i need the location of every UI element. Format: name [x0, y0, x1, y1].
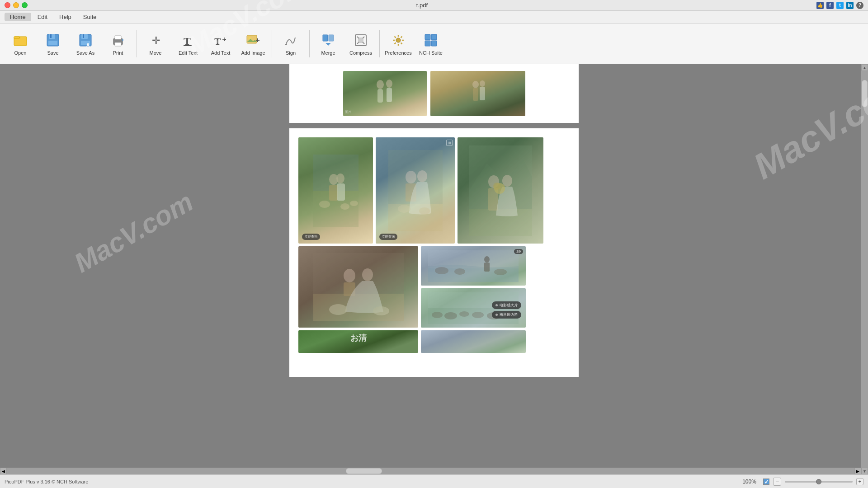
zoom-plus-button[interactable]: +	[856, 478, 863, 485]
svg-point-37	[386, 80, 392, 88]
photo-bottom-left	[298, 246, 418, 328]
window-title: t.pdf	[28, 2, 816, 9]
add-text-button[interactable]: T Add Text	[205, 26, 236, 61]
zoom-checkbox[interactable]	[763, 479, 769, 485]
svg-point-30	[396, 38, 401, 42]
maximize-button[interactable]	[22, 2, 28, 8]
doc-area[interactable]: 图片	[0, 64, 868, 474]
linkedin-icon[interactable]: in	[846, 2, 854, 9]
add-image-button[interactable]: Add Image	[237, 26, 269, 61]
zoom-controls: 100% − +	[739, 478, 863, 486]
svg-rect-5	[50, 34, 52, 38]
svg-rect-34	[431, 41, 437, 46]
add-text-icon: T	[212, 32, 229, 48]
menu-edit[interactable]: Edit	[32, 13, 53, 21]
move-button[interactable]: ✛ Move	[140, 26, 171, 61]
svg-point-68	[344, 269, 355, 282]
svg-point-54	[406, 171, 416, 183]
twitter-icon[interactable]: t	[836, 2, 844, 9]
minimize-button[interactable]	[13, 2, 19, 8]
facebook-icon[interactable]: f	[826, 2, 834, 9]
close-button[interactable]	[5, 2, 10, 8]
svg-rect-8	[81, 34, 88, 39]
preferences-button[interactable]: Preferences	[382, 26, 414, 61]
save-as-icon: A	[77, 32, 94, 48]
print-button[interactable]: Print	[102, 26, 134, 61]
menu-home[interactable]: Home	[5, 13, 31, 21]
help-icon[interactable]: ?	[856, 2, 863, 9]
photo-row-bottom: 2/9	[298, 246, 570, 328]
svg-rect-40	[473, 88, 478, 101]
svg-point-77	[435, 267, 448, 274]
scroll-up-button[interactable]: ▲	[861, 64, 868, 71]
save-as-button[interactable]: A Save As	[70, 26, 101, 61]
svg-rect-9	[83, 34, 84, 38]
photo-action-icon[interactable]: ⊞	[446, 140, 453, 146]
open-label: Open	[14, 50, 27, 56]
scroll-thumb[interactable]	[862, 80, 868, 107]
compress-button[interactable]: Compress	[345, 26, 377, 61]
svg-rect-27	[329, 35, 334, 41]
photo-page1-right	[430, 71, 525, 116]
print-label: Print	[113, 50, 123, 56]
separator-3	[309, 30, 310, 57]
hscroll-right-button[interactable]: ▶	[854, 468, 861, 474]
compress-icon	[353, 32, 369, 48]
menu-suite[interactable]: Suite	[78, 13, 102, 21]
merge-button[interactable]: Merge	[312, 26, 344, 61]
badge-num-top: 2/9	[514, 249, 523, 254]
zoom-minus-button[interactable]: −	[773, 478, 781, 486]
zoom-slider[interactable]	[785, 481, 853, 483]
svg-point-83	[444, 312, 457, 319]
hscroll-thumb[interactable]	[346, 468, 382, 474]
zoom-slider-thumb[interactable]	[816, 479, 821, 484]
svg-point-71	[329, 304, 347, 315]
separator-1	[137, 30, 137, 57]
svg-point-70	[362, 268, 373, 281]
menu-help[interactable]: Help	[54, 13, 77, 21]
scroll-down-button[interactable]: ▼	[861, 468, 868, 474]
photo-bottom-right-bottom: 电影感大片 南昌周边游	[421, 288, 526, 328]
scrollbar-right[interactable]: ▲ ▼	[861, 64, 868, 474]
compress-label: Compress	[349, 50, 372, 56]
edit-text-icon: T	[180, 32, 196, 48]
svg-rect-4	[49, 34, 55, 39]
svg-point-51	[350, 201, 358, 206]
svg-point-50	[340, 203, 349, 210]
svg-text:T: T	[214, 36, 221, 47]
pdf-page-2: 立即查询	[289, 128, 579, 377]
open-icon	[12, 32, 28, 48]
hscroll-track[interactable]	[7, 468, 854, 474]
photo-right-stack: 2/9	[421, 246, 526, 328]
svg-rect-32	[431, 34, 437, 40]
add-image-label: Add Image	[241, 50, 265, 56]
svg-rect-2	[14, 37, 19, 38]
save-button[interactable]: Save	[37, 26, 69, 61]
sign-button[interactable]: Sign	[275, 26, 307, 61]
thumbs-up-icon[interactable]: 👍	[816, 2, 824, 9]
svg-point-78	[454, 268, 465, 275]
svg-rect-15	[122, 39, 123, 41]
separator-4	[379, 30, 380, 57]
hscrollbar[interactable]: ◀ ▶	[0, 468, 861, 474]
svg-rect-14	[115, 42, 121, 46]
nch-suite-button[interactable]: NCH Suite	[415, 26, 447, 61]
save-as-label: Save As	[76, 50, 94, 56]
sign-icon	[283, 32, 299, 48]
svg-point-56	[417, 170, 427, 182]
svg-rect-29	[358, 38, 363, 43]
save-icon	[45, 32, 61, 48]
svg-point-85	[472, 312, 484, 318]
hscroll-left-button[interactable]: ◀	[0, 468, 7, 474]
open-button[interactable]: Open	[5, 26, 36, 61]
photo-top-left: 立即查询	[298, 137, 373, 244]
svg-point-63	[502, 175, 512, 187]
svg-point-47	[336, 174, 344, 183]
svg-point-41	[480, 80, 485, 87]
photo-extra-right	[421, 330, 526, 353]
svg-rect-76	[484, 263, 490, 272]
edit-text-button[interactable]: T Edit Text	[172, 26, 204, 61]
svg-text:✛: ✛	[152, 35, 160, 46]
svg-point-72	[373, 306, 389, 315]
svg-rect-31	[425, 34, 430, 40]
